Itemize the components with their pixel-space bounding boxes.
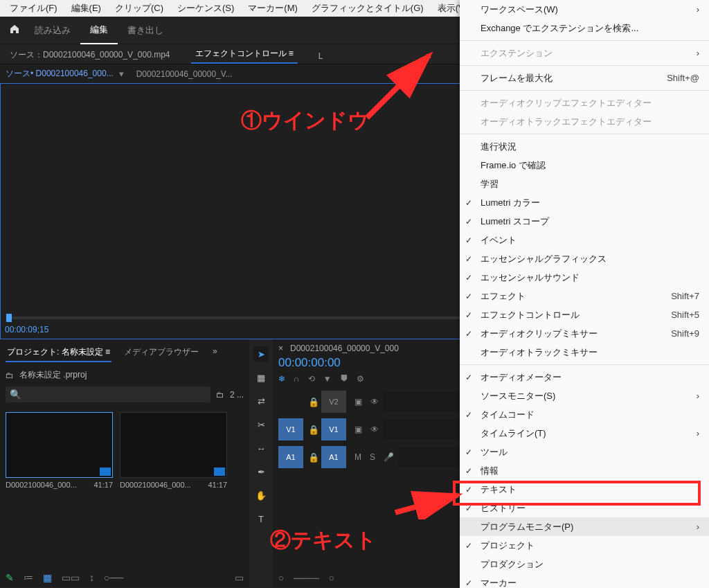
pen-tool-icon[interactable]: ✒ [253, 464, 269, 479]
menu-marker[interactable]: マーカー(M) [241, 2, 305, 15]
menu-extension: エクステンション› [460, 44, 709, 62]
clip-thumb[interactable] [6, 412, 113, 478]
clip-item[interactable]: D0002100046_000...41:17 [120, 412, 227, 489]
tab-export[interactable]: 書き出し [118, 17, 173, 44]
tab-edit[interactable]: 編集 [80, 17, 118, 44]
marker-icon[interactable]: ▼ [323, 374, 332, 384]
sort-icon[interactable]: ↕ [89, 572, 94, 583]
menu-essential-graphics[interactable]: ✓エッセンシャルグラフィックス [460, 249, 709, 268]
menu-sequence[interactable]: シーケンス(S) [170, 2, 241, 15]
menu-exchange[interactable]: Exchange でエクステンションを検索... [460, 19, 709, 37]
panel-source[interactable]: ソース：D0002100046_00000_V_000.mp4 [6, 46, 174, 64]
check-icon: ✓ [465, 373, 472, 382]
home-icon[interactable] [4, 24, 25, 37]
menu-tool[interactable]: ✓ツール [460, 443, 709, 461]
menu-source-monitor[interactable]: ソースモニター(S)› [460, 386, 709, 405]
menu-essential-sound[interactable]: ✓エッセンシャルサウンド [460, 268, 709, 287]
mic-icon[interactable]: 🎤 [384, 452, 394, 462]
timecode-small[interactable]: 00:00:09;15 [5, 325, 48, 335]
eye-icon[interactable]: 👁 [370, 397, 379, 407]
circle-icon[interactable]: ○ [329, 573, 334, 583]
menu-marker[interactable]: ✓マーカー [460, 573, 709, 588]
track-label[interactable]: A1 [321, 446, 346, 468]
snap-icon[interactable]: ❄ [278, 374, 285, 384]
menu-info[interactable]: ✓情報 [460, 461, 709, 480]
eye-icon[interactable]: 👁 [370, 425, 379, 434]
tab-overflow[interactable]: » [211, 344, 219, 362]
mute-icon[interactable]: M [354, 452, 361, 462]
menu-frameio[interactable]: Frame.io で確認 [460, 156, 709, 175]
pencil-icon[interactable]: ✎ [6, 572, 14, 583]
tab-project[interactable]: プロジェクト: 名称未設定 ≡ [6, 344, 111, 362]
track-label[interactable]: V1 [321, 418, 346, 440]
menu-workspace[interactable]: ワークスペース(W)› [460, 0, 709, 19]
tab-media-browser[interactable]: メディアブラウザー [123, 344, 200, 362]
menu-audio-track-mixer[interactable]: オーディオトラックミキサー [460, 343, 709, 362]
menu-history[interactable]: ✓ヒストリー [460, 499, 709, 517]
menu-text[interactable]: ✓テキスト [460, 480, 709, 499]
check-icon: ✓ [465, 578, 472, 588]
bin-icon[interactable]: 🗀 [216, 390, 224, 400]
link-icon[interactable]: ⟲ [308, 374, 315, 384]
menu-effects[interactable]: ✓エフェクトShift+7 [460, 287, 709, 305]
type-tool-icon[interactable]: T [253, 511, 269, 526]
menu-lumetri-color[interactable]: ✓Lumetri カラー [460, 193, 709, 212]
freeform-icon[interactable]: ▭▭ [62, 572, 80, 583]
menu-production[interactable]: プロダクション [460, 555, 709, 573]
menu-effect-controls[interactable]: ✓エフェクトコントロールShift+5 [460, 305, 709, 324]
lock-icon[interactable]: 🔒 [306, 425, 321, 435]
chevron-down-icon[interactable]: ▾ [119, 69, 124, 79]
menu-learn[interactable]: 学習 [460, 175, 709, 193]
panel-effect-controls[interactable]: エフェクトコントロール ≡ [191, 45, 298, 64]
close-icon[interactable]: × [278, 344, 283, 353]
track-label[interactable]: V2 [321, 391, 346, 413]
solo-icon[interactable]: S [370, 452, 375, 462]
check-icon: ✓ [465, 541, 472, 551]
timeline-tab[interactable]: D0002100046_00000_V_000 [290, 344, 399, 353]
source-dropdown[interactable]: D0002100046_00000_V... [136, 69, 233, 79]
menu-event[interactable]: ✓イベント [460, 231, 709, 249]
menu-maximize-frame[interactable]: フレームを最大化Shift+@ [460, 69, 709, 87]
track-target[interactable]: V1 [278, 418, 303, 440]
panel-l[interactable]: L [314, 48, 327, 64]
tab-import[interactable]: 読み込み [25, 17, 80, 44]
menu-project[interactable]: ✓プロジェクト [460, 536, 709, 555]
hand-tool-icon[interactable]: ✋ [253, 488, 269, 503]
ripple-tool-icon[interactable]: ⇄ [253, 393, 269, 409]
menu-lumetri-scopes[interactable]: ✓Lumetri スコープ [460, 212, 709, 231]
clip-duration: 41:17 [93, 481, 113, 489]
menu-progress[interactable]: 進行状況 [460, 137, 709, 156]
search-input[interactable] [6, 386, 210, 402]
menu-edit[interactable]: 編集(E) [64, 2, 108, 15]
clip-item[interactable]: D0002100046_000...41:17 [6, 412, 113, 489]
track-select-tool-icon[interactable]: ▦ [253, 370, 269, 385]
check-icon: ✓ [465, 292, 472, 301]
clip-thumb[interactable] [120, 412, 227, 478]
new-bin-icon[interactable]: ▭ [235, 572, 244, 583]
lock-icon[interactable]: 🔒 [306, 452, 321, 463]
toggle-output-icon[interactable]: ▣ [354, 425, 362, 434]
slip-tool-icon[interactable]: ↔ [253, 440, 269, 456]
lock-icon[interactable]: 🔒 [306, 397, 321, 407]
menu-clip[interactable]: クリップ(C) [108, 2, 170, 15]
slider-icon[interactable]: ──── [294, 573, 319, 583]
track-target[interactable]: A1 [278, 446, 303, 468]
menu-program-monitor[interactable]: プログラムモニター(P)› [460, 517, 709, 536]
menu-audio-meter[interactable]: ✓オーディオメーター [460, 368, 709, 386]
menu-file[interactable]: ファイル(F) [3, 2, 64, 15]
razor-tool-icon[interactable]: ✂ [253, 417, 269, 432]
menu-timecode[interactable]: ✓タイムコード [460, 405, 709, 424]
list-icon[interactable]: ≔ [24, 572, 33, 583]
wrench-icon[interactable]: ⚙ [357, 374, 364, 384]
menu-timeline[interactable]: タイムライン(T)› [460, 424, 709, 443]
selection-tool-icon[interactable]: ➤ [253, 346, 269, 362]
menu-audio-clip-mixer[interactable]: ✓オーディオクリップミキサーShift+9 [460, 324, 709, 343]
icon-view-icon[interactable]: ▦ [43, 572, 52, 583]
settings-icon[interactable]: ⛊ [340, 374, 348, 384]
circle-icon[interactable]: ○ [278, 573, 284, 583]
magnet-icon[interactable]: ∩ [294, 374, 300, 384]
menu-graphics[interactable]: グラフィックとタイトル(G) [305, 2, 431, 15]
toggle-output-icon[interactable]: ▣ [354, 397, 362, 407]
zoom-slider-icon[interactable]: ○── [104, 572, 123, 583]
source-clip-label[interactable]: ソース• D0002100046_000... [6, 68, 114, 80]
